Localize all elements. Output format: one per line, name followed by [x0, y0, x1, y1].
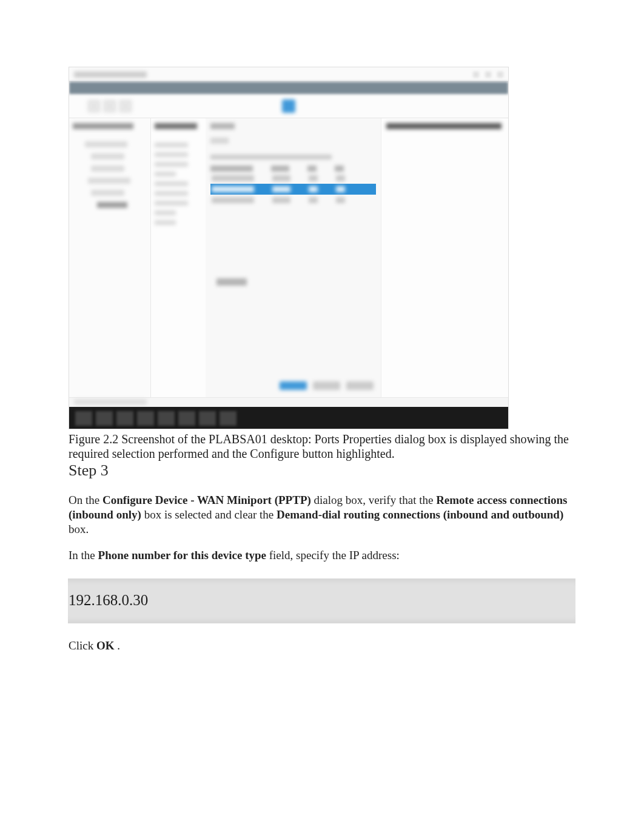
- instruction-paragraph-3: Click OK .: [69, 639, 575, 652]
- screenshot-figure: [69, 67, 509, 429]
- text: field, specify the IP address:: [269, 549, 400, 562]
- ip-address-value: 192.168.0.30: [68, 592, 575, 609]
- step-heading: Step 3: [69, 461, 575, 480]
- text: box is selected and clear the: [144, 508, 277, 521]
- ok-button-label: OK: [96, 639, 115, 652]
- text: In the: [69, 549, 98, 562]
- code-block: 192.168.0.30: [68, 578, 575, 623]
- figure-caption: Figure 2.2 Screenshot of the PLABSA01 de…: [69, 432, 575, 461]
- instruction-paragraph-1: On the Configure Device - WAN Miniport (…: [69, 493, 575, 536]
- text: box.: [69, 523, 89, 535]
- text: dialog box, verify that the: [314, 494, 437, 506]
- dialog-name: Configure Device - WAN Miniport (PPTP): [102, 494, 311, 506]
- checkbox-label-2: Demand-dial routing connections (inbound…: [277, 508, 563, 521]
- instruction-paragraph-2: In the Phone number for this device type…: [69, 548, 575, 563]
- text: Click: [69, 639, 96, 652]
- text: On the: [69, 494, 102, 506]
- text: .: [117, 639, 120, 652]
- field-label: Phone number for this device type: [98, 549, 266, 562]
